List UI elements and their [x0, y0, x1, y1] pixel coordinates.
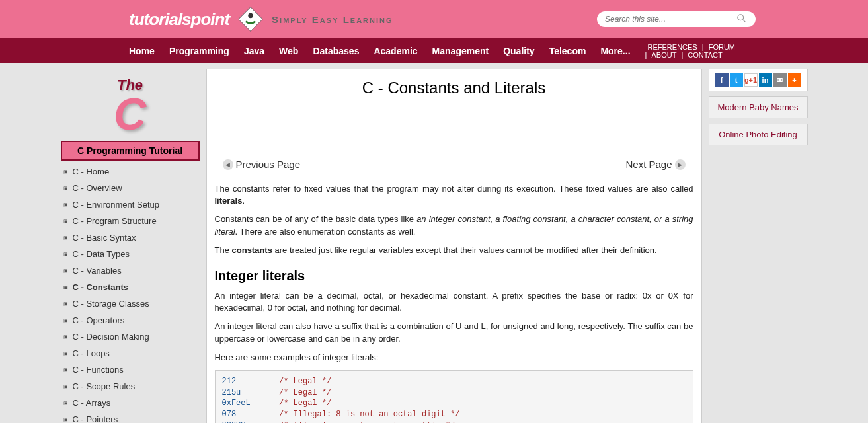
sidebar-item[interactable]: C - Variables [61, 262, 200, 279]
sidebar-logo: The C [61, 69, 200, 138]
nav-more[interactable]: More... [600, 46, 630, 56]
header: tutorialspoint Simply Easy Learning [0, 0, 868, 38]
logo-icon [235, 3, 266, 35]
sidebar-item[interactable]: C - Functions [61, 362, 200, 378]
logo-text[interactable]: tutorialspoint [129, 9, 229, 30]
sidebar-item[interactable]: C - Decision Making [61, 328, 200, 345]
nav-quality[interactable]: Quality [503, 46, 534, 56]
nav-java[interactable]: Java [244, 46, 264, 56]
sidebar-item[interactable]: C - Scope Rules [61, 378, 200, 395]
nav-databases[interactable]: Databases [313, 46, 359, 56]
search-icon[interactable] [737, 14, 748, 24]
sidebar-item[interactable]: C - Arrays [61, 395, 200, 411]
sidebar: The C C Programming Tutorial C - HomeC -… [61, 69, 200, 423]
sidebar-item[interactable]: C - Operators [61, 312, 200, 328]
prev-page-link[interactable]: ◀Previous Page [223, 159, 301, 170]
sidebar-item[interactable]: C - Basic Syntax [61, 229, 200, 246]
nav-management[interactable]: Management [432, 46, 489, 56]
para-6: Here are some examples of integer litera… [215, 352, 693, 364]
share-box: f t g+1 in ✉ + [709, 69, 808, 91]
svg-point-1 [248, 13, 253, 18]
sidebar-item[interactable]: C - Overview [61, 180, 200, 196]
para-5: An integer literal can also have a suffi… [215, 321, 693, 344]
sidebar-header: C Programming Tutorial [61, 141, 200, 161]
next-page-link[interactable]: Next Page▶ [625, 159, 685, 170]
ad-photo-editing[interactable]: Online Photo Editing [709, 124, 808, 145]
nav-home[interactable]: Home [129, 46, 155, 56]
heading-integer-literals: Integer literals [215, 268, 693, 284]
sidebar-item[interactable]: C - Constants [61, 279, 200, 295]
twitter-icon[interactable]: t [730, 73, 743, 87]
navbar: Home Programming Java Web Databases Acad… [0, 38, 868, 63]
tagline: Simply Easy Learning [272, 14, 393, 25]
para-3: The constants are treated just like regu… [215, 245, 693, 256]
nav-academic[interactable]: Academic [374, 46, 417, 56]
sidebar-item[interactable]: C - Home [61, 163, 200, 180]
nav-contact[interactable]: CONTACT [688, 51, 722, 59]
svg-marker-0 [239, 7, 263, 32]
search-input[interactable] [605, 15, 737, 24]
code-block-1: 212 /* Legal */ 215u /* Legal */ 0xFeeL … [215, 370, 693, 423]
sidebar-item[interactable]: C - Environment Setup [61, 196, 200, 213]
sidebar-item[interactable]: C - Loops [61, 345, 200, 362]
sidebar-item[interactable]: C - Program Structure [61, 213, 200, 229]
sidebar-logo-c: C [61, 94, 200, 134]
para-2: Constants can be of any of the basic dat… [215, 213, 693, 237]
nav-programming[interactable]: Programming [169, 46, 229, 56]
rightbar: f t g+1 in ✉ + Modern Baby Names Online … [709, 69, 808, 423]
nav-web[interactable]: Web [279, 46, 298, 56]
para-4: An integer literal can be a decimal, oct… [215, 290, 693, 314]
prev-arrow-icon: ◀ [223, 159, 233, 170]
nav-right: REFERENCES | FORUM | ABOUT | CONTACT [645, 43, 739, 59]
svg-point-2 [738, 15, 744, 20]
linkedin-icon[interactable]: in [759, 73, 772, 87]
email-icon[interactable]: ✉ [773, 73, 787, 87]
sidebar-item[interactable]: C - Pointers [61, 411, 200, 423]
nav-about[interactable]: ABOUT [651, 51, 676, 59]
para-1: The constants refer to fixed values that… [215, 183, 693, 207]
ad-baby-names[interactable]: Modern Baby Names [709, 96, 808, 118]
search-box[interactable] [597, 11, 756, 27]
nav-references[interactable]: REFERENCES [648, 43, 697, 51]
nav-forum[interactable]: FORUM [709, 43, 735, 51]
facebook-icon[interactable]: f [715, 73, 729, 87]
gplus-icon[interactable]: g+1 [744, 73, 758, 87]
addthis-icon[interactable]: + [788, 73, 801, 87]
logo-area: tutorialspoint Simply Easy Learning [129, 3, 393, 35]
main-content: C - Constants and Literals ◀Previous Pag… [206, 69, 702, 423]
page-nav: ◀Previous Page Next Page▶ [215, 111, 693, 176]
page-title: C - Constants and Literals [215, 79, 693, 104]
sidebar-item[interactable]: C - Storage Classes [61, 295, 200, 312]
sidebar-item[interactable]: C - Data Types [61, 246, 200, 262]
nav-telecom[interactable]: Telecom [549, 46, 586, 56]
next-arrow-icon: ▶ [675, 159, 686, 170]
svg-line-3 [743, 20, 746, 22]
